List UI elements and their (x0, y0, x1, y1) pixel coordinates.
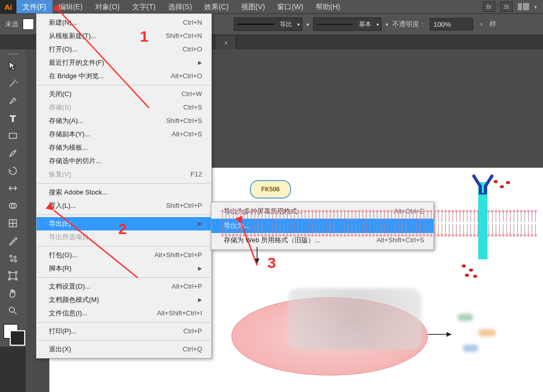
menuitem-存储为a[interactable]: 存储为(A)...Shift+Ctrl+S (37, 114, 211, 128)
shape-builder-tool-icon[interactable] (6, 199, 20, 213)
menubar: Ai 文件(F)编辑(E)对象(O)文字(T)选择(S)效果(C)视图(V)窗口… (0, 0, 543, 14)
file-menu-dropdown: 新建(N)...Ctrl+N从模板新建(T)...Shift+Ctrl+N打开(… (36, 13, 212, 359)
paintbrush-tool-icon[interactable] (6, 146, 20, 161)
menuitem-最近打开的文件f[interactable]: 最近打开的文件(F)▶ (37, 56, 211, 69)
fill-swatch[interactable] (23, 19, 34, 30)
chevron-down-icon[interactable]: ▾ (534, 4, 537, 10)
menu-编辑[interactable]: 编辑(E) (52, 0, 89, 13)
menu-items: 文件(F)编辑(E)对象(O)文字(T)选择(S)效果(C)视图(V)窗口(W)… (16, 0, 346, 13)
svg-rect-8 (10, 273, 16, 279)
menuitem-文档颜色模式m[interactable]: 文档颜色模式(M)▶ (37, 293, 211, 307)
workspace-switcher-icon[interactable] (518, 3, 529, 10)
chevron-right-icon: ▶ (198, 263, 202, 274)
app-logo: Ai (0, 0, 16, 13)
document-tab[interactable]: × (216, 36, 237, 50)
chevron-down-icon[interactable]: ▾ (306, 22, 309, 27)
fill-stroke-swatches[interactable] (3, 323, 23, 344)
menu-帮助[interactable]: 帮助(H) (310, 0, 346, 13)
menu-文字[interactable]: 文字(T) (126, 0, 162, 13)
menubar-right: Br St ▾ 🔍 (483, 2, 543, 12)
svg-point-4 (10, 255, 12, 257)
menuitem-存储为模板[interactable]: 存储为模板... (37, 141, 211, 154)
opacity-input[interactable] (430, 18, 473, 30)
menuitem-从模板新建t[interactable]: 从模板新建(T)...Shift+Ctrl+N (37, 29, 211, 43)
artwork-blur (288, 288, 422, 350)
mesh-tool-icon[interactable] (6, 216, 20, 230)
artwork-label-fk506: FK506 (250, 180, 291, 199)
menuitem-新建n[interactable]: 新建(N)...Ctrl+N (37, 16, 211, 29)
svg-point-9 (9, 307, 14, 312)
chevron-right-icon: ▶ (198, 219, 202, 229)
menuitem-打开o[interactable]: 打开(O)...Ctrl+O (37, 43, 211, 56)
artboard-tool-icon[interactable] (6, 269, 20, 283)
menuitem-退出x[interactable]: 退出(X)Ctrl+Q (37, 343, 211, 356)
zoom-tool-icon[interactable] (6, 304, 20, 318)
menu-文件[interactable]: 文件(F) (16, 0, 52, 13)
menuitem-存储选中的切片[interactable]: 存储选中的切片... (37, 154, 211, 168)
menuitem-打包g[interactable]: 打包(G)...Alt+Shift+Ctrl+P (37, 248, 211, 262)
menu-窗口[interactable]: 窗口(W) (271, 0, 310, 13)
rectangle-tool-icon[interactable] (6, 129, 20, 143)
menuitem-搜索-adobe-stock[interactable]: 搜索 Adobe Stock... (37, 186, 211, 199)
chevron-right-icon: ▶ (198, 58, 202, 68)
svg-point-5 (14, 256, 16, 258)
chevron-right-icon: ▶ (198, 295, 202, 305)
annotation-2: 2 (118, 220, 127, 238)
hand-tool-icon[interactable] (6, 286, 20, 300)
style-label: 样 (490, 20, 496, 29)
artwork-membrane (221, 210, 541, 237)
symbol-sprayer-tool-icon[interactable] (6, 251, 20, 265)
menuitem-文件信息i[interactable]: 文件信息(I)...Alt+Shift+Ctrl+I (37, 307, 211, 320)
magic-wand-tool-icon[interactable] (6, 76, 20, 91)
opacity-label: 不透明度： (392, 20, 426, 29)
selection-tool-icon[interactable] (6, 59, 20, 73)
artwork-blur (452, 309, 514, 360)
menuitem-文档设置d[interactable]: 文档设置(D)...Alt+Ctrl+P (37, 280, 211, 293)
eyedropper-tool-icon[interactable] (6, 234, 20, 248)
chevron-right-icon[interactable]: › (480, 21, 482, 28)
menu-选择[interactable]: 选择(S) (162, 0, 198, 13)
svg-point-7 (14, 260, 16, 262)
close-icon[interactable]: × (224, 40, 228, 47)
menuitem-存储副本y[interactable]: 存储副本(Y)...Alt+Ctrl+S (37, 128, 211, 141)
menuitem-在-bridge-中浏览[interactable]: 在 Bridge 中浏览...Alt+Ctrl+O (37, 69, 211, 83)
menu-视图[interactable]: 视图(V) (235, 0, 272, 13)
dropdown-profile[interactable]: 等比▾ (234, 17, 302, 31)
menuitem-脚本r[interactable]: 脚本(R)▶ (37, 262, 211, 275)
pen-tool-icon[interactable] (6, 94, 20, 108)
menuitem-关闭c[interactable]: 关闭(C)Ctrl+W (37, 87, 211, 101)
svg-rect-0 (9, 133, 16, 138)
menu-效果[interactable]: 效果(C) (198, 0, 234, 13)
annotation-3: 3 (267, 254, 276, 272)
menu-对象[interactable]: 对象(O) (89, 0, 126, 13)
rotate-tool-icon[interactable] (6, 164, 20, 178)
selection-status: 未选 (5, 20, 19, 29)
bridge-icon[interactable]: Br (483, 2, 495, 12)
menuitem-存储s: 存储(S)Ctrl+S (37, 101, 211, 114)
chevron-down-icon[interactable]: ▾ (386, 22, 388, 27)
width-tool-icon[interactable] (6, 181, 20, 195)
dropdown-brush[interactable]: 基本▾ (313, 17, 382, 31)
svg-point-6 (11, 259, 13, 261)
menuitem-恢复v: 恢复(V)F12 (37, 168, 211, 181)
annotation-1: 1 (140, 28, 149, 45)
stock-icon[interactable]: St (500, 2, 513, 12)
tools-panel (0, 49, 26, 347)
menuitem-打印p[interactable]: 打印(P)...Ctrl+P (37, 325, 211, 338)
menuitem-置入l[interactable]: 置入(L)...Shift+Ctrl+P (37, 199, 211, 212)
artwork-receptor (478, 182, 487, 259)
type-tool-icon[interactable] (6, 111, 20, 126)
